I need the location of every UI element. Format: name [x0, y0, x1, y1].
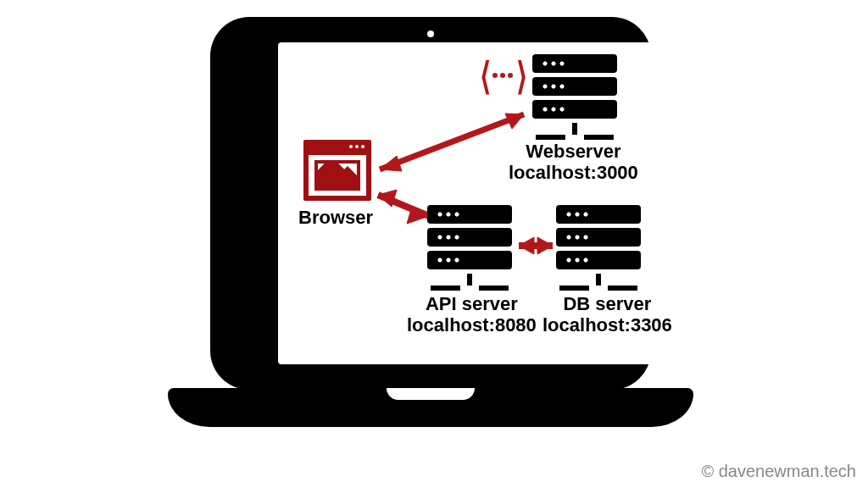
laptop-notch — [387, 388, 475, 400]
browser-label: Browser — [298, 207, 373, 228]
diagram-stage: ⟨ ⟩ Webserver localhost:3000 — [0, 0, 868, 488]
db-server-label: DB server localhost:3306 — [542, 293, 672, 336]
webserver-icon — [532, 54, 617, 143]
browser-icon — [303, 140, 371, 201]
credit-text: © davenewman.tech — [701, 462, 856, 481]
api-server-icon — [427, 205, 512, 294]
api-server-title: API server — [407, 293, 537, 314]
svg-marker-8 — [537, 237, 553, 254]
svg-marker-7 — [519, 237, 534, 254]
laptop-base — [168, 388, 693, 427]
api-server-address: localhost:8080 — [407, 314, 537, 336]
webserver-address: localhost:3000 — [509, 162, 638, 183]
db-server-address: localhost:3306 — [542, 314, 672, 336]
laptop-screen: ⟨ ⟩ Webserver localhost:3000 — [278, 42, 668, 364]
api-server-label: API server localhost:8080 — [407, 293, 537, 336]
webserver-title: Webserver — [509, 141, 638, 162]
db-server-title: DB server — [542, 293, 672, 314]
laptop-icon: ⟨ ⟩ Webserver localhost:3000 — [168, 17, 693, 449]
laptop-lid: ⟨ ⟩ Webserver localhost:3000 — [210, 17, 651, 390]
network-transfer-icon: ⟨ ⟩ — [480, 61, 526, 90]
db-server-icon — [556, 205, 641, 294]
camera-dot-icon — [427, 30, 434, 37]
webserver-label: Webserver localhost:3000 — [509, 141, 638, 184]
